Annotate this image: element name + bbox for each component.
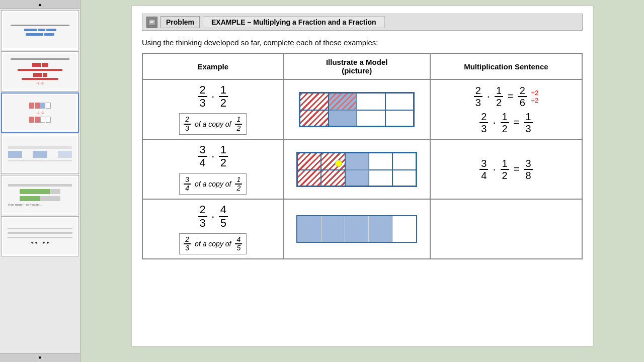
thumbnail-list: ÷2 ÷2 ÷2 ÷2 [0, 9, 80, 257]
row1-label: 2 3 of a copy of 1 2 [179, 113, 247, 135]
row2-model [284, 139, 430, 199]
example-label: EXAMPLE – Multiplying a Fraction and a F… [203, 16, 384, 28]
slide-thumbnail-1[interactable] [1, 10, 79, 50]
sidebar: ▲ [0, 0, 80, 362]
col-header-model: Illustrate a Model (picture) [284, 53, 430, 79]
row1-model-rect [299, 92, 415, 127]
instruction-text: Using the thinking developed so far, com… [142, 38, 583, 47]
model-cell-r2-2 [321, 153, 345, 186]
model-cell-4 [386, 94, 414, 126]
examples-table: Example Illustrate a Model (picture) Mul… [142, 53, 583, 259]
col-header-example: Example [142, 53, 284, 79]
problem-label: Problem [160, 16, 200, 28]
row2-fraction: 3 4 · 1 2 [198, 144, 228, 169]
model-cell-1 [300, 94, 329, 126]
table-row-2: 3 4 · 1 2 3 [142, 139, 582, 199]
row2-mult: 34 · 12 = 38 [435, 158, 578, 181]
svg-rect-0 [148, 19, 155, 25]
row2-example: 3 4 · 1 2 3 [142, 139, 284, 199]
row1-model [284, 79, 430, 139]
row1-example: 2 3 · 1 2 2 [142, 79, 284, 139]
model-cell-2 [329, 94, 358, 126]
problem-icon [146, 17, 157, 28]
slide-thumbnail-3[interactable]: ÷2 ÷2 [1, 93, 79, 133]
row2-model-rect [296, 152, 417, 187]
model-cell-r2-5 [393, 153, 416, 186]
row3-model [284, 199, 430, 259]
slide-thumbnail-6[interactable]: ◄◄►► [1, 216, 79, 256]
simple-cell-1 [297, 216, 321, 242]
row1-sentence: 23 · 12 = 26 ÷2 ÷2 2 [430, 79, 582, 139]
simple-cell-2 [321, 216, 345, 242]
row3-model-rect [296, 215, 417, 243]
header-bar: Problem EXAMPLE – Multiplying a Fraction… [142, 14, 583, 31]
row3-frac1: 2 3 [198, 204, 207, 229]
scroll-down-button[interactable]: ▼ [0, 353, 80, 362]
table-row-1: 2 3 · 1 2 2 [142, 79, 582, 139]
scroll-up-button[interactable]: ▲ [0, 0, 80, 9]
slide-thumbnail-5[interactable]: How many ÷ as fraction... [1, 175, 79, 215]
slide-thumbnail-4[interactable] [1, 134, 79, 174]
row3-fraction: 2 3 · 4 5 [198, 204, 228, 229]
row1-frac1: 2 3 [198, 84, 207, 109]
row1-frac2: 1 2 [219, 84, 228, 109]
model-cell-3 [357, 94, 386, 126]
row3-label: 2 3 of a copy of 4 5 [179, 233, 247, 255]
row2-label: 3 4 of a copy of 1 2 [179, 173, 247, 195]
row2-frac2: 1 2 [219, 144, 228, 169]
row2-sentence: 34 · 12 = 38 [430, 139, 582, 199]
row3-sentence [430, 199, 582, 259]
main-content: Problem EXAMPLE – Multiplying a Fraction… [80, 0, 644, 362]
model-cell-r2-3 [346, 153, 369, 186]
model-cell-r2-4 [369, 153, 393, 186]
col-header-sentence: Multiplication Sentence [430, 53, 582, 79]
lesson-panel: Problem EXAMPLE – Multiplying a Fraction… [131, 5, 594, 347]
row1-fraction: 2 3 · 1 2 [198, 84, 228, 109]
yellow-dot [335, 160, 342, 167]
simple-cell-5 [393, 216, 416, 242]
slide-thumbnail-2[interactable]: ÷2 ÷2 [1, 51, 79, 92]
simple-cell-4 [369, 216, 392, 242]
row3-example: 2 3 · 4 5 2 [142, 199, 284, 259]
row1-mult: 23 · 12 = 26 ÷2 ÷2 2 [435, 85, 578, 134]
model-cell-r2-1 [298, 153, 321, 186]
row3-frac2: 4 5 [219, 204, 228, 229]
simple-cell-3 [345, 216, 369, 242]
table-row-3: 2 3 · 4 5 2 [142, 199, 582, 259]
row2-frac1: 3 4 [198, 144, 207, 169]
